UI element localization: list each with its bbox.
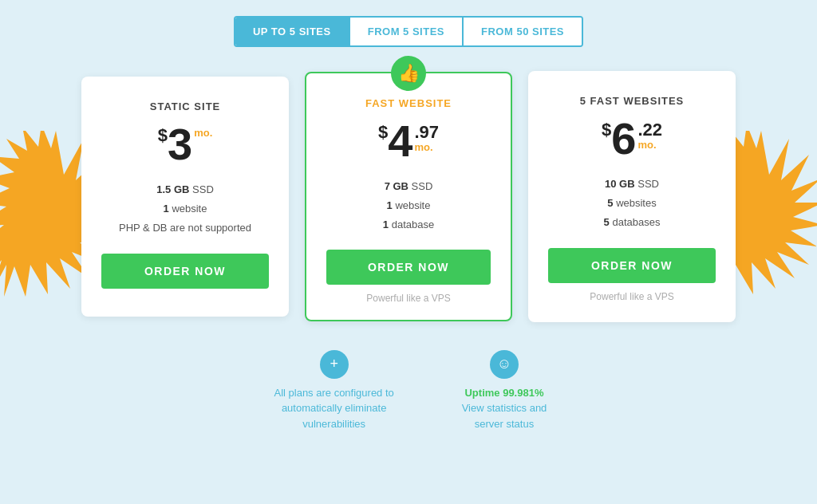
feature-5fast-3: 5 databases	[548, 215, 716, 230]
price-row-fast: $ 4 .97 mo.	[326, 119, 491, 163]
info-uptime[interactable]: ☺ Uptime 99.981% View statistics andserv…	[462, 350, 547, 432]
order-button-fast[interactable]: ORDER NOW	[326, 250, 491, 285]
price-cents-5fast: .22	[637, 121, 662, 139]
price-cents-fast: .97	[414, 124, 439, 141]
feature-fast-3: 1 database	[326, 218, 491, 232]
price-mo-container-fast: .97 mo.	[414, 124, 439, 153]
card-static-site: STATIC SITE $ 3 mo. 1.5 GB SSD 1 website…	[81, 77, 289, 317]
uptime-text: Uptime 99.981% View statistics andserver…	[462, 385, 547, 432]
tab-from-50[interactable]: FROM 50 SITES	[464, 18, 582, 45]
tab-up-to-5[interactable]: UP TO 5 SITES	[235, 18, 350, 45]
card-5-fast-websites: 5 FAST WEBSITES $ 6 .22 mo. 10 GB SSD 5 …	[528, 71, 736, 322]
tagline-5fast: Powerful like a VPS	[548, 291, 716, 302]
thumbs-up-badge: 👍	[391, 56, 426, 91]
price-row-5fast: $ 6 .22 mo.	[548, 116, 716, 161]
feature-5fast-2: 5 websites	[548, 196, 716, 211]
tagline-fast: Powerful like a VPS	[326, 293, 491, 304]
price-row-static: $ 3 mo.	[101, 122, 269, 167]
features-fast: 7 GB SSD 1 website 1 database	[326, 179, 491, 233]
order-button-5fast[interactable]: ORDER NOW	[548, 248, 716, 283]
tab-bar: UP TO 5 SITES FROM 5 SITES FROM 50 SITES	[234, 16, 583, 47]
feature-static-3: PHP & DB are not supported	[101, 221, 269, 235]
security-text: All plans are configured to automaticall…	[270, 385, 398, 432]
bottom-info: + All plans are configured to automatica…	[270, 350, 547, 432]
price-dollar-fast: $	[378, 122, 388, 143]
card-title-5fast: 5 FAST WEBSITES	[548, 95, 716, 107]
info-security: + All plans are configured to automatica…	[270, 350, 398, 432]
feature-static-1: 1.5 GB SSD	[101, 183, 269, 197]
cards-container: STATIC SITE $ 3 mo. 1.5 GB SSD 1 website…	[34, 71, 783, 322]
card-title-static: STATIC SITE	[101, 100, 269, 112]
feature-static-2: 1 website	[101, 202, 269, 216]
price-mo-container-static: mo.	[194, 127, 212, 139]
price-dollar-5fast: $	[602, 120, 611, 140]
uptime-icon: ☺	[490, 350, 519, 379]
feature-5fast-1: 10 GB SSD	[548, 177, 716, 191]
price-dollar-static: $	[158, 125, 168, 146]
price-mo-container-5fast: .22 mo.	[637, 121, 662, 151]
card-title-fast: FAST WEBSITE	[326, 97, 491, 109]
price-amount-5fast: 6	[611, 116, 636, 161]
tab-from-5[interactable]: FROM 5 SITES	[350, 18, 464, 45]
card-fast-website: 👍 FAST WEBSITE $ 4 .97 mo. 7 GB SSD 1 we…	[305, 72, 512, 322]
price-amount-fast: 4	[388, 119, 412, 163]
features-static: 1.5 GB SSD 1 website PHP & DB are not su…	[101, 183, 269, 236]
features-5fast: 10 GB SSD 5 websites 5 databases	[548, 177, 716, 230]
price-amount-static: 3	[168, 122, 192, 167]
order-button-static[interactable]: ORDER NOW	[101, 254, 269, 289]
price-mo-fast: mo.	[414, 141, 432, 153]
feature-fast-1: 7 GB SSD	[326, 179, 491, 194]
price-mo-5fast: mo.	[637, 139, 656, 151]
security-icon: +	[320, 350, 349, 379]
price-mo-static: mo.	[194, 127, 212, 139]
feature-fast-2: 1 website	[326, 199, 491, 213]
